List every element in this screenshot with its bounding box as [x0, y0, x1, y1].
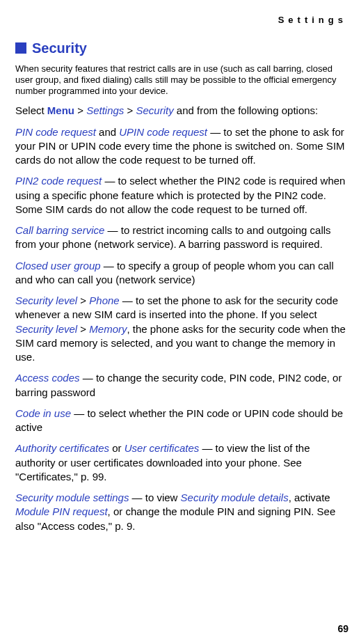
seclevel-gt2: >	[77, 323, 89, 335]
secmod-d1: — to view	[129, 492, 180, 503]
gt2: >	[124, 104, 136, 116]
page-number: 69	[337, 622, 348, 636]
codeinuse-term: Code in use	[15, 407, 71, 419]
item-pin: PIN code request and UPIN code request —…	[15, 125, 348, 168]
gt1: >	[74, 104, 86, 116]
pin-term: PIN code request	[15, 126, 96, 138]
upin-term: UPIN code request	[119, 126, 207, 138]
item-certs: Authority certificates or User certifica…	[15, 441, 348, 484]
section-title: Security	[32, 39, 87, 58]
barring-term: Call barring service	[15, 224, 104, 236]
seclevel-term1: Security level	[15, 294, 77, 306]
secmod-details-term: Security module details	[181, 492, 289, 503]
section-bullet-icon	[15, 42, 26, 54]
secmod-d3: , activate	[289, 492, 330, 503]
cug-term: Closed user group	[15, 260, 101, 272]
seclevel-gt1: >	[77, 294, 89, 306]
section-heading: Security	[15, 39, 348, 58]
usercert-term: User certificates	[125, 442, 200, 454]
pin-and: and	[96, 126, 119, 138]
select-line: Select Menu > Settings > Security and fr…	[15, 104, 348, 118]
item-seclevel: Security level > Phone — to set the phon…	[15, 294, 348, 364]
authcert-term: Authority certificates	[15, 442, 109, 454]
item-cug: Closed user group — to specify a group o…	[15, 259, 348, 288]
secmod-term: Security module settings	[15, 492, 129, 503]
select-prefix: Select	[15, 104, 47, 116]
security-term: Security	[136, 104, 173, 116]
certs-or: or	[109, 442, 125, 454]
modulepin-term: Module PIN request	[15, 505, 108, 517]
item-pin2: PIN2 code request — to select whether th…	[15, 174, 348, 217]
seclevel-term2: Security level	[15, 323, 77, 335]
phone-term: Phone	[89, 294, 119, 306]
menu-term: Menu	[47, 104, 74, 116]
settings-term: Settings	[86, 104, 124, 116]
item-secmod: Security module settings — to view Secur…	[15, 491, 348, 533]
memory-term: Memory	[89, 323, 127, 335]
header-label: Settings	[15, 14, 348, 26]
select-suffix: and from the following options:	[174, 104, 319, 116]
access-term: Access codes	[15, 372, 80, 384]
item-barring: Call barring service — to restrict incom…	[15, 223, 348, 252]
item-codeinuse: Code in use — to select whether the PIN …	[15, 407, 348, 435]
intro-paragraph: When security features that restrict cal…	[15, 63, 348, 97]
pin2-term: PIN2 code request	[15, 175, 102, 187]
item-access: Access codes — to change the security co…	[15, 371, 348, 400]
